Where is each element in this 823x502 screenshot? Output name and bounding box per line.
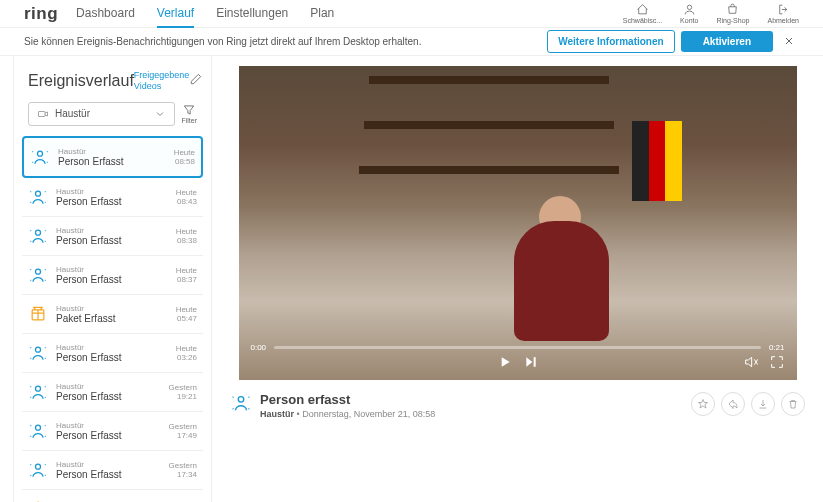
brand-logo[interactable]: ring bbox=[24, 4, 58, 24]
video-frame bbox=[239, 66, 797, 380]
event-item[interactable]: HaustürPerson ErfasstGestern17:34 bbox=[22, 451, 203, 490]
camera-icon bbox=[37, 108, 49, 120]
event-day: Heute bbox=[176, 305, 197, 314]
tab-history[interactable]: Verlauf bbox=[157, 0, 194, 28]
event-day: Heute bbox=[176, 227, 197, 236]
nav-shop[interactable]: Ring-Shop bbox=[716, 3, 749, 24]
event-camera: Haustür bbox=[58, 147, 166, 156]
event-item[interactable]: HaustürPerson ErfasstHeute08:58 bbox=[22, 136, 203, 178]
filter-icon bbox=[182, 103, 196, 117]
event-time: 08:58 bbox=[174, 157, 195, 166]
left-gutter bbox=[0, 56, 14, 502]
tab-settings[interactable]: Einstellungen bbox=[216, 0, 288, 28]
nav-location[interactable]: Schwäbisc... bbox=[623, 3, 662, 24]
detail-subtitle: Haustür • Donnerstag, November 21, 08:58 bbox=[260, 409, 683, 419]
camera-select[interactable]: Haustür bbox=[28, 102, 175, 126]
mute-icon[interactable] bbox=[743, 354, 759, 374]
event-type-icon bbox=[28, 187, 48, 207]
svg-point-4 bbox=[36, 230, 41, 235]
event-item[interactable]: HaustürPerson ErfasstHeute08:38 bbox=[22, 217, 203, 256]
event-item[interactable]: HaustürPerson ErfasstGestern17:49 bbox=[22, 412, 203, 451]
event-title: Person Erfasst bbox=[56, 352, 168, 363]
event-title: Person Erfasst bbox=[58, 156, 166, 167]
event-day: Gestern bbox=[169, 383, 197, 392]
event-title: Person Erfasst bbox=[56, 235, 168, 246]
svg-point-0 bbox=[687, 5, 691, 9]
event-title: Paket Erfasst bbox=[56, 313, 168, 324]
event-camera: Haustür bbox=[56, 226, 168, 235]
nav-account[interactable]: Konto bbox=[680, 3, 698, 24]
video-player[interactable]: 0:00 0:21 bbox=[239, 66, 797, 380]
event-item[interactable]: HaustürPaket ErfasstHeute05:47 bbox=[22, 295, 203, 334]
camera-select-label: Haustür bbox=[55, 108, 90, 119]
event-camera: Haustür bbox=[56, 343, 168, 352]
detail-title: Person erfasst bbox=[260, 392, 683, 407]
play-icon[interactable] bbox=[497, 354, 513, 374]
svg-point-7 bbox=[36, 347, 41, 352]
event-day: Gestern bbox=[169, 422, 197, 431]
video-time-current: 0:00 bbox=[251, 343, 267, 352]
event-title: Person Erfasst bbox=[56, 469, 161, 480]
event-item[interactable]: HaustürPerson ErfasstHeute08:43 bbox=[22, 178, 203, 217]
event-day: Heute bbox=[174, 148, 195, 157]
svg-point-2 bbox=[38, 151, 43, 156]
event-time: 08:37 bbox=[176, 275, 197, 284]
event-type-icon bbox=[28, 421, 48, 441]
page-title: Ereignisverlauf bbox=[28, 72, 134, 90]
event-type-icon bbox=[28, 304, 48, 324]
nav-logout[interactable]: Abmelden bbox=[767, 3, 799, 24]
banner-text: Sie können Ereignis-Benachrichtigungen v… bbox=[24, 36, 421, 47]
event-title: Person Erfasst bbox=[56, 430, 161, 441]
share-button[interactable] bbox=[721, 392, 745, 416]
event-item[interactable]: HaustürPerson ErfasstHeute03:26 bbox=[22, 334, 203, 373]
event-day: Gestern bbox=[169, 461, 197, 470]
delete-button[interactable] bbox=[781, 392, 805, 416]
tab-dashboard[interactable]: Dashboard bbox=[76, 0, 135, 28]
video-time-total: 0:21 bbox=[769, 343, 785, 352]
activate-button[interactable]: Aktivieren bbox=[681, 31, 773, 52]
event-time: 08:38 bbox=[176, 236, 197, 245]
svg-point-10 bbox=[36, 464, 41, 469]
svg-point-8 bbox=[36, 386, 41, 391]
event-time: 17:34 bbox=[169, 470, 197, 479]
event-time: 19:21 bbox=[169, 392, 197, 401]
event-type-icon bbox=[28, 499, 48, 502]
more-info-button[interactable]: Weitere Informationen bbox=[547, 30, 674, 53]
event-type-icon bbox=[28, 343, 48, 363]
event-title: Person Erfasst bbox=[56, 196, 168, 207]
tab-plan[interactable]: Plan bbox=[310, 0, 334, 28]
event-day: Heute bbox=[176, 188, 197, 197]
event-camera: Haustür bbox=[56, 304, 168, 313]
event-time: 03:26 bbox=[176, 353, 197, 362]
detail-person-icon bbox=[230, 392, 252, 414]
event-type-icon bbox=[28, 460, 48, 480]
fullscreen-icon[interactable] bbox=[769, 354, 785, 374]
svg-rect-1 bbox=[39, 111, 46, 116]
chevron-down-icon bbox=[154, 108, 166, 120]
event-item[interactable]: HaustürGestern bbox=[22, 490, 203, 502]
event-title: Person Erfasst bbox=[56, 274, 168, 285]
event-item[interactable]: HaustürPerson ErfasstGestern19:21 bbox=[22, 373, 203, 412]
event-camera: Haustür bbox=[56, 460, 161, 469]
event-type-icon bbox=[30, 147, 50, 167]
close-icon[interactable] bbox=[779, 31, 799, 53]
skip-icon[interactable] bbox=[523, 354, 539, 374]
svg-point-12 bbox=[238, 397, 244, 403]
event-day: Heute bbox=[176, 344, 197, 353]
download-button[interactable] bbox=[751, 392, 775, 416]
event-camera: Haustür bbox=[56, 421, 161, 430]
event-item[interactable]: HaustürPerson ErfasstHeute08:37 bbox=[22, 256, 203, 295]
star-button[interactable] bbox=[691, 392, 715, 416]
video-scrubber[interactable] bbox=[274, 346, 761, 349]
event-type-icon bbox=[28, 382, 48, 402]
event-title: Person Erfasst bbox=[56, 391, 161, 402]
event-camera: Haustür bbox=[56, 265, 168, 274]
event-time: 05:47 bbox=[176, 314, 197, 323]
event-camera: Haustür bbox=[56, 187, 168, 196]
shared-videos-link[interactable]: Freigegebene Videos bbox=[134, 70, 190, 92]
filter-button[interactable]: Filter bbox=[181, 103, 197, 124]
event-type-icon bbox=[28, 265, 48, 285]
event-camera: Haustür bbox=[56, 382, 161, 391]
edit-icon[interactable] bbox=[189, 72, 203, 90]
event-day: Heute bbox=[176, 266, 197, 275]
